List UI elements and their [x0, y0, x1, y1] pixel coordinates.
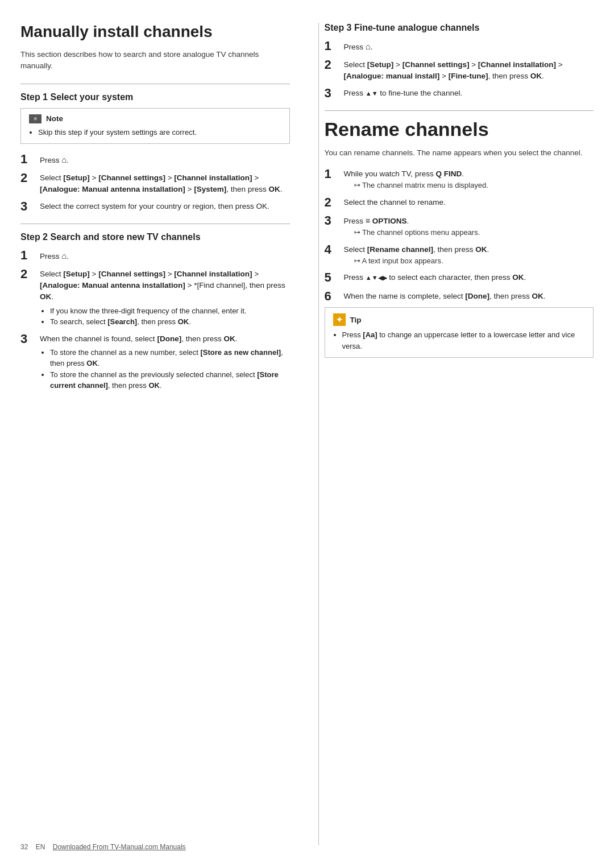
step1-item-1: 1 Press .: [20, 152, 290, 167]
note-list: Skip this step if your system settings a…: [29, 127, 281, 138]
intro-text: This section describes how to search and…: [20, 49, 290, 72]
rename-item-2: 2 Select the channel to rename.: [325, 195, 594, 209]
options-icon: [366, 217, 370, 225]
updown-icon: [366, 89, 378, 97]
tip-box: ✦ Tip Press [Aa] to change an uppercase …: [325, 307, 594, 358]
arrow-3: The channel options menu appears.: [344, 227, 594, 238]
step2-list: 1 Press . 2 Select [Setup] > [Channel se…: [20, 248, 290, 391]
home-icon-3: [366, 43, 371, 51]
arrow-1: The channel matrix menu is displayed.: [344, 180, 594, 191]
step2-title: Step 2 Search and store new TV channels: [20, 232, 290, 242]
home-icon-2: [61, 252, 67, 261]
step2-sub-3: To store the channel as a new number, se…: [50, 347, 290, 369]
tip-label: Tip: [350, 316, 362, 324]
step3-item-3: 3 Press to fine-tune the channel.: [325, 86, 594, 100]
note-label: Note: [46, 114, 63, 123]
footer: 32 EN Downloaded From TV-Manual.com Manu…: [20, 843, 186, 851]
tip-header: ✦ Tip: [333, 313, 586, 326]
step3-title: Step 3 Fine-tune analogue channels: [325, 23, 594, 33]
step2-item-2-sublist: If you know the three-digit frequency of…: [40, 305, 290, 328]
note-box: ≡ Note Skip this step if your system set…: [20, 108, 290, 144]
rename-item-6: 6 When the name is complete, select [Don…: [325, 289, 594, 303]
right-column: Step 3 Fine-tune analogue channels 1 Pre…: [318, 23, 594, 845]
tip-icon: ✦: [333, 313, 346, 326]
rename-item-1: 1 While you watch TV, press Q FIND. The …: [325, 167, 594, 191]
rename-intro: You can rename channels. The name appear…: [325, 147, 594, 159]
lang-label: EN: [36, 843, 45, 851]
step2-item-3: 3 When the channel is found, select [Don…: [20, 332, 290, 391]
step3-item-1: 1 Press .: [325, 39, 594, 53]
main-title: Manually install channels: [20, 23, 290, 41]
step3-item-2: 2 Select [Setup] > [Channel settings] > …: [325, 57, 594, 82]
divider-step1: [20, 84, 290, 84]
step2-item-2: 2 Select [Setup] > [Channel settings] > …: [20, 267, 290, 328]
rename-list: 1 While you watch TV, press Q FIND. The …: [325, 167, 594, 303]
press-label-1: Press: [40, 156, 61, 164]
home-icon-1: [61, 156, 67, 164]
step1-item-2: 2 Select [Setup] > [Channel settings] > …: [20, 171, 290, 196]
tip-list: Press [Aa] to change an uppercase letter…: [333, 329, 586, 352]
note-item: Skip this step if your system settings a…: [38, 127, 281, 138]
divider-rename: [325, 110, 594, 111]
rename-item-3: 3 Press OPTIONS. The channel options men…: [325, 213, 594, 238]
allarrows-icon: [366, 273, 387, 282]
step2-item-1: 1 Press .: [20, 248, 290, 263]
rename-title: Rename channels: [325, 119, 594, 140]
step2-item-3-sublist: To store the channel as a new number, se…: [40, 347, 290, 391]
left-column: Manually install channels This section d…: [20, 23, 296, 845]
step2-sub-2: To search, select [Search], then press O…: [50, 316, 290, 328]
press-label-3: Press: [344, 43, 366, 51]
step1-item-3: 3 Select the correct system for your cou…: [20, 199, 290, 213]
tip-item: Press [Aa] to change an uppercase letter…: [342, 329, 586, 352]
step1-list: 1 Press . 2 Select [Setup] > [Channel se…: [20, 152, 290, 213]
step1-title: Step 1 Select your system: [20, 92, 290, 102]
page-number: 32: [20, 843, 28, 851]
divider-step2: [20, 224, 290, 224]
note-icon: ≡: [29, 114, 42, 123]
note-header: ≡ Note: [29, 114, 281, 123]
rename-item-4: 4 Select [Rename channel], then press OK…: [325, 242, 594, 267]
press-label-2: Press: [40, 252, 61, 261]
step2-sub-4: To store the channel as the previously s…: [50, 369, 290, 391]
rename-item-5: 5 Press to select each character, then p…: [325, 270, 594, 284]
step3-list: 1 Press . 2 Select [Setup] > [Channel se…: [325, 39, 594, 100]
arrow-4: A text input box appears.: [344, 255, 594, 267]
footer-link[interactable]: Downloaded From TV-Manual.com Manuals: [53, 843, 186, 851]
step2-sub-1: If you know the three-digit frequency of…: [50, 305, 290, 317]
press-label-4: Press: [344, 89, 366, 97]
